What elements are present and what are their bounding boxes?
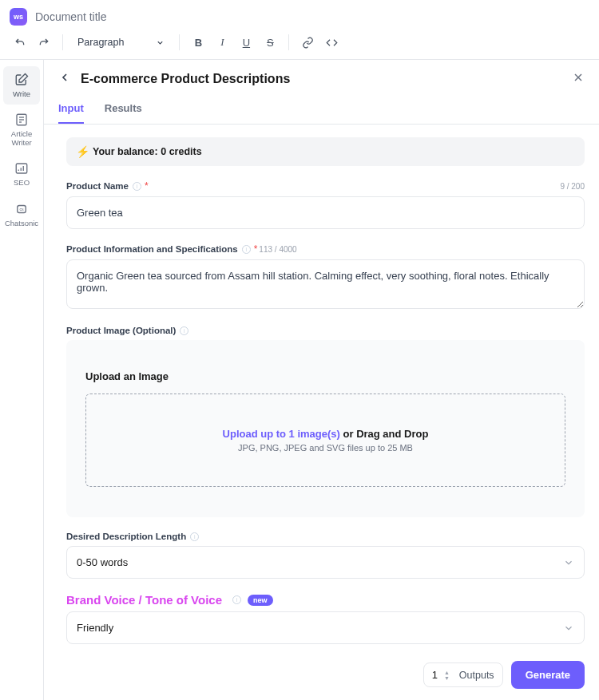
undo-button[interactable] (10, 32, 30, 53)
outputs-stepper[interactable]: 1 ▲▼ Outputs (423, 662, 503, 687)
panel-title: E-commerce Product Descriptions (81, 72, 562, 86)
sidebar-item-seo[interactable]: SEO (3, 155, 40, 193)
stepper-arrows[interactable]: ▲▼ (444, 670, 450, 681)
svg-rect-4 (16, 164, 27, 173)
required-mark: * (145, 180, 149, 192)
chat-icon: cs (14, 202, 29, 216)
redo-button[interactable] (34, 32, 54, 53)
block-style-select[interactable]: Paragraph (71, 34, 171, 51)
article-icon (14, 113, 29, 127)
svg-text:cs: cs (19, 207, 24, 212)
sidebar-item-label: Chatsonic (5, 219, 38, 227)
divider (179, 34, 180, 50)
sidebar-item-label: SEO (14, 179, 30, 187)
write-icon (14, 73, 29, 87)
product-info-counter: 113 / 4000 (259, 245, 296, 254)
length-label: Desired Description Length (66, 532, 186, 541)
upload-title: Upload an Image (85, 370, 565, 382)
upload-sub-text: JPG, PNG, JPEG and SVG files up to 25 MB (96, 443, 555, 453)
block-style-label: Paragraph (77, 37, 124, 48)
document-title-input[interactable]: Document title (35, 10, 106, 23)
chevron-down-icon (563, 557, 574, 568)
bold-button[interactable]: B (188, 32, 208, 53)
upload-link: Upload up to 1 image(s) (223, 428, 340, 440)
new-badge: new (248, 595, 273, 606)
length-value: 0-50 words (77, 556, 128, 568)
divider (62, 34, 63, 50)
info-icon[interactable]: i (242, 245, 251, 254)
upload-card: Upload an Image Upload up to 1 image(s) … (66, 340, 585, 517)
info-icon[interactable]: i (133, 182, 141, 191)
sidebar-item-chatsonic[interactable]: cs Chatsonic (3, 196, 40, 234)
product-name-input[interactable] (66, 196, 585, 229)
underline-button[interactable]: U (236, 32, 256, 53)
bolt-icon: ⚡ (76, 145, 89, 158)
brand-voice-value: Friendly (77, 622, 113, 634)
sidebar-item-write[interactable]: Write (3, 66, 40, 105)
app-logo: ws (10, 8, 27, 26)
back-button[interactable] (58, 71, 71, 86)
tab-input[interactable]: Input (58, 94, 84, 124)
sidebar-item-label: Write (13, 90, 30, 98)
close-button[interactable] (572, 71, 585, 86)
info-icon[interactable]: i (180, 326, 188, 335)
balance-text: Your balance: 0 credits (93, 146, 202, 157)
link-button[interactable] (297, 32, 318, 53)
outputs-label: Outputs (459, 670, 494, 681)
brand-voice-select[interactable]: Friendly (66, 611, 585, 644)
balance-banner: ⚡ Your balance: 0 credits (66, 137, 585, 166)
product-info-label: Product Information and Specifications (66, 244, 238, 254)
divider (288, 34, 289, 50)
info-icon[interactable]: i (232, 595, 241, 604)
tab-results[interactable]: Results (105, 94, 142, 124)
product-name-label: Product Name (66, 181, 129, 191)
brand-voice-label: Brand Voice / Tone of Voice (66, 593, 222, 607)
strikethrough-button[interactable]: S (260, 32, 280, 53)
upload-dropzone[interactable]: Upload up to 1 image(s) or Drag and Drop… (85, 394, 565, 487)
sidebar-item-article-writer[interactable]: Article Writer (3, 106, 40, 153)
seo-icon (14, 161, 29, 176)
product-image-label: Product Image (Optional) (66, 326, 176, 335)
required-mark: * (254, 243, 258, 255)
outputs-count: 1 (432, 669, 438, 681)
product-name-counter: 9 / 200 (560, 182, 585, 191)
product-info-textarea[interactable]: Organic Green tea sourced from Assam hil… (66, 259, 585, 309)
chevron-down-icon (156, 38, 165, 47)
chevron-down-icon (563, 623, 574, 634)
info-icon[interactable]: i (190, 532, 199, 541)
upload-main-text: Upload up to 1 image(s) or Drag and Drop (96, 428, 555, 440)
code-button[interactable] (321, 32, 342, 53)
sidebar-item-label: Article Writer (11, 130, 32, 147)
italic-button[interactable]: I (212, 32, 232, 53)
length-select[interactable]: 0-50 words (66, 546, 585, 579)
generate-button[interactable]: Generate (511, 661, 585, 689)
